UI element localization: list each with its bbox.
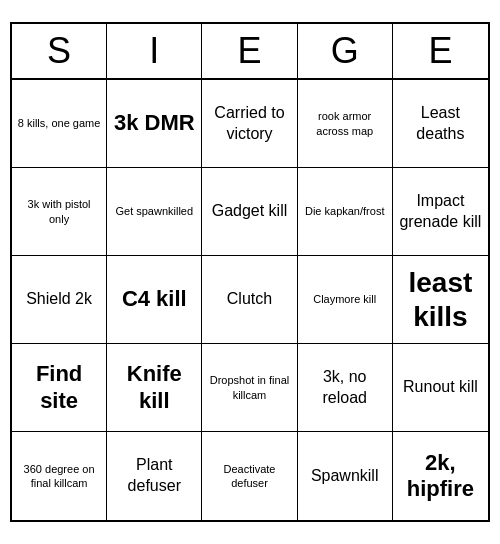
cell-text-7: Gadget kill [212,201,288,222]
cell-text-12: Clutch [227,289,272,310]
cell-9[interactable]: Impact grenade kill [393,168,488,256]
cell-17[interactable]: Dropshot in final killcam [202,344,297,432]
cell-21[interactable]: Plant defuser [107,432,202,520]
cell-3[interactable]: rook armor across map [298,80,393,168]
cell-text-16: Knife kill [111,361,197,414]
cell-text-5: 3k with pistol only [16,197,102,226]
cell-22[interactable]: Deactivate defuser [202,432,297,520]
cell-text-2: Carried to victory [206,103,292,145]
cell-11[interactable]: C4 kill [107,256,202,344]
cell-20[interactable]: 360 degree on final killcam [12,432,107,520]
cell-text-1: 3k DMR [114,110,195,136]
cell-23[interactable]: Spawnkill [298,432,393,520]
cell-text-4: Least deaths [397,103,484,145]
bingo-grid: 8 kills, one game3k DMRCarried to victor… [12,80,488,520]
bingo-card: SIEGE 8 kills, one game3k DMRCarried to … [10,22,490,522]
cell-text-24: 2k, hipfire [397,450,484,503]
cell-6[interactable]: Get spawnkilled [107,168,202,256]
header-row: SIEGE [12,24,488,80]
header-letter-g-3: G [298,24,393,78]
cell-text-23: Spawnkill [311,466,379,487]
cell-4[interactable]: Least deaths [393,80,488,168]
cell-text-0: 8 kills, one game [18,116,101,130]
cell-19[interactable]: Runout kill [393,344,488,432]
cell-text-21: Plant defuser [111,455,197,497]
cell-text-15: Find site [16,361,102,414]
cell-text-3: rook armor across map [302,109,388,138]
cell-text-17: Dropshot in final killcam [206,373,292,402]
header-letter-e-2: E [202,24,297,78]
cell-15[interactable]: Find site [12,344,107,432]
cell-text-11: C4 kill [122,286,187,312]
cell-text-18: 3k, no reload [302,367,388,409]
header-letter-e-4: E [393,24,488,78]
cell-5[interactable]: 3k with pistol only [12,168,107,256]
cell-0[interactable]: 8 kills, one game [12,80,107,168]
cell-18[interactable]: 3k, no reload [298,344,393,432]
cell-24[interactable]: 2k, hipfire [393,432,488,520]
header-letter-i-1: I [107,24,202,78]
cell-16[interactable]: Knife kill [107,344,202,432]
cell-10[interactable]: Shield 2k [12,256,107,344]
cell-text-10: Shield 2k [26,289,92,310]
cell-1[interactable]: 3k DMR [107,80,202,168]
cell-text-9: Impact grenade kill [397,191,484,233]
cell-text-8: Die kapkan/frost [305,204,384,218]
header-letter-s-0: S [12,24,107,78]
cell-text-22: Deactivate defuser [206,462,292,491]
cell-8[interactable]: Die kapkan/frost [298,168,393,256]
cell-14[interactable]: least kills [393,256,488,344]
cell-text-20: 360 degree on final killcam [16,462,102,491]
cell-text-6: Get spawnkilled [115,204,193,218]
cell-12[interactable]: Clutch [202,256,297,344]
cell-text-19: Runout kill [403,377,478,398]
cell-13[interactable]: Claymore kill [298,256,393,344]
cell-text-13: Claymore kill [313,292,376,306]
cell-2[interactable]: Carried to victory [202,80,297,168]
cell-text-14: least kills [397,266,484,333]
cell-7[interactable]: Gadget kill [202,168,297,256]
